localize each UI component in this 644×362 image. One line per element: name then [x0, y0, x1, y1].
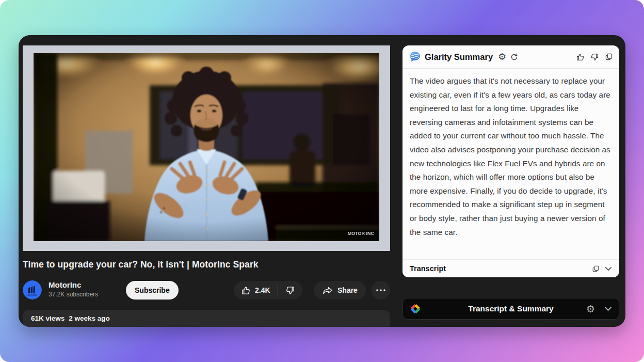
- view-count: 61K views: [31, 314, 65, 322]
- browser-window: MOTOR INC Time to upgrade your car? No, …: [19, 35, 625, 327]
- summary-copy-icon[interactable]: [605, 53, 613, 61]
- video-watermark: MOTOR INC: [348, 231, 375, 236]
- channel-row: MOTORINC MotorInc 37.2K subscribers Subs…: [23, 279, 390, 302]
- like-count: 2.4K: [255, 286, 270, 294]
- glarity-summary-panel: Glarity Summary ⚙: [403, 45, 619, 277]
- page-background: MOTOR INC Time to upgrade your car? No, …: [0, 0, 644, 362]
- share-button[interactable]: Share: [314, 281, 366, 300]
- summary-text: The video argues that it's not necessary…: [403, 69, 619, 239]
- transcript-summary-bar[interactable]: Transcript & Summary ⚙: [403, 298, 619, 320]
- like-button[interactable]: 2.4K: [234, 281, 278, 300]
- summary-thumb-up-icon[interactable]: [576, 53, 585, 61]
- summary-header: Glarity Summary ⚙: [403, 45, 619, 69]
- summary-panel-title: Glarity Summary: [425, 52, 493, 62]
- summary-refresh-icon[interactable]: [510, 53, 519, 61]
- transcript-copy-icon[interactable]: [592, 265, 600, 273]
- thumb-down-icon: [285, 286, 295, 295]
- avatar-caption: MOTORINC: [28, 294, 37, 296]
- glarity-logo-icon: [409, 51, 421, 63]
- extension-diamond-icon: [410, 303, 421, 314]
- extension-collapse-chevron-icon[interactable]: [604, 306, 612, 311]
- transcript-row[interactable]: Transcript: [403, 259, 619, 277]
- ellipsis-icon: [376, 289, 385, 291]
- description-box[interactable]: 61K views2 weeks ago: [23, 310, 390, 327]
- channel-avatar[interactable]: MOTORINC: [23, 280, 42, 300]
- dislike-button[interactable]: [278, 281, 302, 300]
- video-title: Time to upgrade your car? No, it isn't |…: [23, 259, 390, 270]
- more-actions-button[interactable]: [372, 281, 390, 300]
- video-still: MOTOR INC: [34, 53, 379, 241]
- thumb-up-icon: [241, 286, 251, 295]
- subscribe-button[interactable]: Subscribe: [126, 281, 179, 300]
- summary-thumb-down-icon[interactable]: [590, 53, 599, 61]
- video-player[interactable]: MOTOR INC: [23, 45, 390, 251]
- transcript-label: Transcript: [410, 264, 446, 273]
- upload-date: 2 weeks ago: [69, 314, 110, 322]
- channel-name[interactable]: MotorInc: [49, 280, 98, 289]
- share-arrow-icon: [322, 286, 333, 295]
- summary-settings-gear-icon[interactable]: ⚙: [498, 52, 506, 61]
- channel-subscribers: 37.2K subscribers: [49, 291, 98, 298]
- share-label: Share: [337, 286, 358, 294]
- like-dislike-group: 2.4K: [234, 281, 302, 300]
- transcript-expand-chevron-icon[interactable]: [605, 266, 612, 271]
- extension-settings-gear-icon[interactable]: ⚙: [586, 303, 595, 315]
